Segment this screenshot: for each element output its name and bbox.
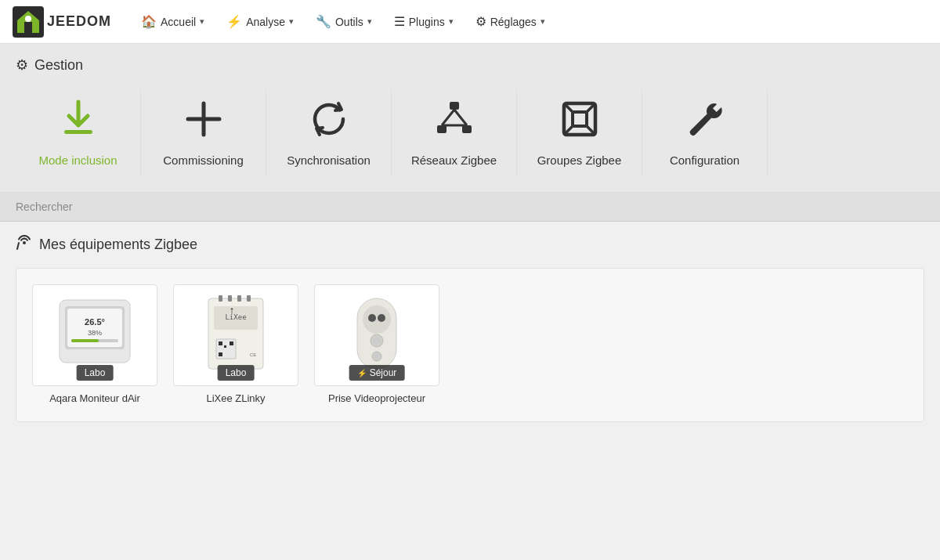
wrench-icon — [685, 99, 725, 146]
search-bar — [0, 193, 940, 222]
prise-badge: ⚡ Séjour — [349, 365, 405, 381]
home-icon: 🏠 — [141, 14, 157, 29]
nav-items: 🏠 Accueil ▾ ⚡ Analyse ▾ 🔧 Outils ▾ ☰ Plu… — [130, 8, 556, 35]
equip-img-aqara: 26.5° 38% Labo — [32, 284, 157, 386]
svg-rect-29 — [247, 295, 251, 302]
equip-card-lixee[interactable]: LiXee ↑ CE Labo — [173, 284, 298, 406]
network-icon — [434, 99, 475, 146]
aqara-name: Aqara Moniteur dAir — [49, 392, 140, 406]
svg-point-41 — [368, 314, 376, 322]
svg-rect-35 — [230, 341, 233, 345]
gestion-section: ⚙ Gestion Mode inclusion — [0, 44, 940, 193]
nav-plugins[interactable]: ☰ Plugins ▾ — [383, 8, 465, 35]
nav-analyse[interactable]: ⚡ Analyse ▾ — [215, 8, 305, 35]
svg-point-40 — [363, 305, 391, 334]
svg-text:26.5°: 26.5° — [85, 317, 105, 327]
svg-rect-34 — [219, 341, 222, 345]
plus-icon — [183, 99, 224, 146]
synchronisation-button[interactable]: Synchronisation — [266, 89, 392, 176]
svg-text:↑: ↑ — [230, 304, 235, 316]
gestion-title-text: Gestion — [34, 57, 83, 74]
equipment-title-text: Mes équipements Zigbee — [39, 237, 197, 253]
svg-point-17 — [23, 241, 26, 244]
nav-outils-label: Outils — [335, 16, 363, 28]
chevron-outils: ▾ — [367, 16, 372, 27]
outils-icon: 🔧 — [316, 14, 331, 29]
aqara-badge: Labo — [77, 365, 114, 381]
groupes-zigbee-label: Groupes Zigbee — [537, 154, 622, 167]
equip-img-lixee: LiXee ↑ CE Labo — [173, 284, 298, 386]
lixee-badge-text: Labo — [226, 367, 247, 378]
gestion-title: ⚙ Gestion — [16, 56, 924, 74]
equip-card-aqara[interactable]: 26.5° 38% Labo Aqara Moniteur dAir — [32, 284, 157, 406]
svg-point-3 — [25, 16, 31, 22]
groupes-zigbee-button[interactable]: Groupes Zigbee — [517, 89, 642, 176]
nav-plugins-label: Plugins — [409, 16, 445, 28]
svg-line-9 — [454, 110, 467, 125]
equip-img-prise: ⚡ Séjour — [314, 284, 439, 386]
chevron-accueil: ▾ — [200, 16, 204, 27]
svg-line-8 — [442, 110, 454, 125]
lixee-badge: Labo — [218, 365, 255, 381]
mode-inclusion-button[interactable]: Mode inclusion — [16, 89, 141, 176]
svg-text:CE: CE — [250, 352, 256, 357]
gestion-buttons: Mode inclusion Commissioning — [16, 89, 924, 176]
gear-icon: ⚙ — [16, 56, 28, 74]
groupes-icon — [559, 99, 600, 146]
chevron-analyse: ▾ — [289, 16, 294, 27]
svg-rect-12 — [573, 112, 587, 126]
logo[interactable]: JEEDOM — [13, 6, 111, 38]
svg-text:38%: 38% — [88, 329, 102, 337]
nav-analyse-label: Analyse — [246, 16, 285, 28]
equipment-section: Mes équipements Zigbee 26.5° 38% — [0, 222, 940, 438]
commissioning-button[interactable]: Commissioning — [141, 89, 266, 176]
commissioning-label: Commissioning — [163, 154, 244, 167]
reseaux-zigbee-label: Réseaux Zigbee — [411, 154, 497, 167]
nav-outils[interactable]: 🔧 Outils ▾ — [305, 8, 383, 35]
svg-rect-4 — [64, 130, 92, 134]
svg-point-46 — [374, 353, 380, 359]
prise-badge-text: Séjour — [370, 367, 397, 378]
svg-rect-2 — [24, 22, 32, 33]
zigbee-icon — [16, 234, 33, 255]
configuration-button[interactable]: Configuration — [642, 89, 768, 176]
svg-point-44 — [373, 337, 381, 345]
plug-icon: ⚡ — [357, 369, 367, 378]
nav-accueil[interactable]: 🏠 Accueil ▾ — [130, 8, 215, 35]
logo-text: JEEDOM — [47, 13, 111, 30]
svg-rect-24 — [71, 339, 99, 342]
svg-rect-27 — [228, 295, 232, 302]
svg-rect-37 — [224, 345, 226, 348]
svg-rect-26 — [219, 295, 222, 302]
svg-point-42 — [378, 314, 385, 322]
navbar: JEEDOM 🏠 Accueil ▾ ⚡ Analyse ▾ 🔧 Outils … — [0, 0, 940, 44]
reglages-icon: ⚙ — [475, 14, 486, 29]
chevron-plugins: ▾ — [449, 16, 454, 27]
equipment-title: Mes équipements Zigbee — [16, 234, 924, 255]
nav-reglages-label: Réglages — [490, 16, 537, 28]
aqara-badge-text: Labo — [85, 367, 106, 378]
nav-accueil-label: Accueil — [161, 16, 196, 28]
chevron-reglages: ▾ — [540, 16, 545, 27]
synchronisation-label: Synchronisation — [287, 154, 371, 167]
analyse-icon: ⚡ — [226, 14, 242, 29]
mode-inclusion-label: Mode inclusion — [38, 154, 117, 167]
main-content: ⚙ Gestion Mode inclusion — [0, 44, 940, 438]
search-input[interactable] — [16, 201, 924, 213]
equipment-grid: 26.5° 38% Labo Aqara Moniteur dAir — [16, 268, 924, 422]
configuration-label: Configuration — [670, 154, 739, 167]
svg-rect-5 — [450, 102, 459, 110]
sync-icon — [309, 99, 349, 146]
reseaux-zigbee-button[interactable]: Réseaux Zigbee — [392, 89, 517, 176]
plugins-icon: ☰ — [394, 14, 405, 29]
lixee-name: LiXee ZLinky — [206, 392, 265, 406]
download-icon — [58, 99, 99, 146]
svg-rect-36 — [219, 352, 222, 356]
nav-reglages[interactable]: ⚙ Réglages ▾ — [465, 8, 556, 35]
svg-rect-28 — [237, 295, 241, 302]
equip-card-prise[interactable]: ⚡ Séjour Prise Videoprojecteur — [314, 284, 439, 406]
prise-name: Prise Videoprojecteur — [328, 392, 425, 406]
